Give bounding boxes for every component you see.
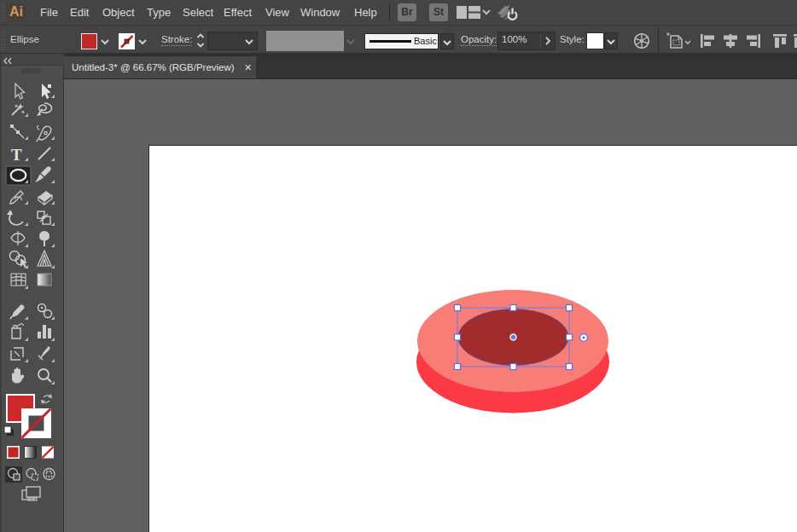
svg-text:T: T xyxy=(11,146,22,164)
